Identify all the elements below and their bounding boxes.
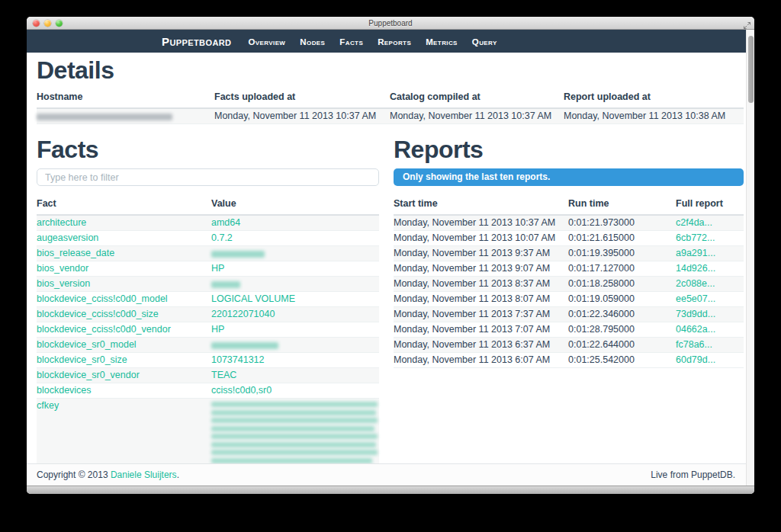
window-titlebar[interactable]: Puppetboard [27,17,754,30]
scrollbar[interactable] [746,30,754,486]
details-col-facts-uploaded: Facts uploaded at [214,89,390,108]
report-start-time: Monday, November 11 2013 7:07 AM [394,322,568,338]
facts-filter-input[interactable] [37,168,379,186]
catalog-compiled-cell: Monday, November 11 2013 10:37 AM [390,108,564,124]
fact-name-link[interactable]: blockdevice_sr0_size [37,354,127,365]
nav-item-metrics[interactable]: Metrics [426,37,458,46]
fact-name-link[interactable]: augeasversion [37,232,98,243]
hostname-cell [37,108,214,124]
full-report-link[interactable]: 73d9dd... [676,309,715,319]
full-report-link[interactable]: 04662a... [676,324,715,335]
fact-name-link[interactable]: architecture [37,217,86,228]
nav-item-reports[interactable]: Reports [378,37,411,46]
fact-name-link[interactable]: bios_version [37,278,90,289]
report-start-time: Monday, November 11 2013 9:07 AM [394,261,568,277]
fact-name-link[interactable]: blockdevice_sr0_vendor [37,370,140,380]
report-row: Monday, November 11 2013 9:07 AM0:01:17.… [394,261,744,277]
fact-row: blockdevicescciss!c0d0,sr0 [37,383,379,399]
report-row: Monday, November 11 2013 6:37 AM0:01:22.… [394,338,744,353]
fact-value-cell [211,338,379,353]
report-hash-cell: c2f4da... [676,215,744,231]
fact-row: bios_release_date [37,246,379,261]
fact-name-link[interactable]: blockdevice_sr0_model [37,339,137,350]
window-bottom-bar [27,486,754,494]
fact-value-link[interactable]: 0.7.2 [211,232,233,243]
fact-name-cell: bios_vendor [37,261,211,277]
close-icon[interactable] [33,20,40,27]
fact-value-cell: LOGICAL VOLUME [211,292,379,307]
facts-reports-columns: Facts Fact Value architectureamd64augeas… [37,136,744,463]
fact-name-cell: bios_release_date [37,246,211,261]
facts-uploaded-cell: Monday, November 11 2013 10:37 AM [214,108,390,124]
report-start-time: Monday, November 11 2013 7:37 AM [394,307,568,322]
fact-name-cell: blockdevice_sr0_vendor [37,368,211,383]
copyright-text: Copyright © 2013 Daniele Sluijters. [37,470,179,480]
fact-name-link[interactable]: bios_vendor [37,263,88,274]
navbar-brand[interactable]: Puppetboard [162,35,231,48]
redacted-line [211,418,378,423]
redacted-line [211,442,376,447]
nav-item-nodes[interactable]: Nodes [300,37,325,46]
redacted-line [211,434,378,439]
fact-value-link[interactable]: 1073741312 [211,354,265,365]
fact-row: blockdevice_sr0_vendorTEAC [37,368,379,383]
fact-value-link[interactable]: cciss!c0d0,sr0 [211,385,272,396]
fact-name-cell: blockdevice_cciss!c0d0_size [37,307,211,322]
report-run-time: 0:01:22.644000 [568,338,676,353]
details-col-hostname: Hostname [37,89,214,108]
fact-value-redacted [211,281,240,288]
full-report-link[interactable]: c2f4da... [676,217,712,228]
full-report-link[interactable]: 2c088e... [676,278,715,289]
details-row: Monday, November 11 2013 10:37 AM Monday… [37,108,744,124]
fact-name-cell: augeasversion [37,231,211,246]
fact-name-link[interactable]: blockdevice_cciss!c0d0_vendor [37,324,171,335]
fact-value-link[interactable]: LOGICAL VOLUME [211,293,295,304]
fact-name-cell: architecture [37,215,211,231]
nav-item-overview[interactable]: Overview [248,37,285,46]
report-row: Monday, November 11 2013 10:07 AM0:01:21… [394,231,744,246]
fact-row: blockdevice_sr0_size1073741312 [37,353,379,368]
nav-item-facts[interactable]: Facts [339,37,363,46]
fact-name-cell: cfkey [37,399,211,464]
author-link[interactable]: Daniele Sluijters [111,470,177,480]
report-hash-cell: 04662a... [676,322,744,338]
full-report-link[interactable]: a9a291... [676,248,715,258]
fact-name-link[interactable]: bios_release_date [37,248,114,258]
fact-row: blockdevice_sr0_model [37,338,379,353]
fact-value-link[interactable]: amd64 [211,217,240,228]
full-report-link[interactable]: 60d79d... [676,354,715,365]
report-row: Monday, November 11 2013 6:07 AM0:01:25.… [394,353,744,368]
fullscreen-resize-icon[interactable] [743,19,751,27]
full-report-link[interactable]: fc78a6... [676,339,712,350]
report-hash-cell: fc78a6... [676,338,744,353]
footer: Copyright © 2013 Daniele Sluijters. Live… [27,463,754,486]
maximize-icon[interactable] [56,20,63,27]
fact-value-link[interactable]: HP [211,263,224,274]
fact-name-cell: bios_version [37,277,211,292]
fact-row: blockdevice_cciss!c0d0_size220122071040 [37,307,379,322]
fact-name-link[interactable]: blockdevice_cciss!c0d0_size [37,309,159,319]
minimize-icon[interactable] [44,20,51,27]
fact-value-link[interactable]: HP [211,324,224,335]
fact-value-link[interactable]: TEAC [211,370,236,380]
report-row: Monday, November 11 2013 8:07 AM0:01:19.… [394,292,744,307]
full-report-link[interactable]: 14d926... [676,263,715,274]
fact-name-link[interactable]: blockdevice_cciss!c0d0_model [37,293,168,304]
report-run-time: 0:01:17.127000 [568,261,676,277]
report-run-time: 0:01:18.258000 [568,277,676,292]
full-report-link[interactable]: 6cb772... [676,232,715,243]
report-hash-cell: 2c088e... [676,277,744,292]
details-col-catalog-compiled: Catalog compiled at [390,89,564,108]
fact-name-link[interactable]: cfkey [37,400,59,411]
full-report-link[interactable]: ee5e07... [676,293,715,304]
fact-row: blockdevice_cciss!c0d0_vendorHP [37,322,379,338]
facts-col-value: Value [211,196,379,215]
page: Details Hostname Facts uploaded at Catal… [27,53,754,463]
hostname-redacted-value [37,114,172,120]
scrollbar-thumb[interactable] [748,36,754,103]
reports-header-row: Start time Run time Full report [394,196,744,215]
fact-value-link[interactable]: 220122071040 [211,309,275,319]
fact-row: bios_version [37,277,379,292]
fact-name-link[interactable]: blockdevices [37,385,92,396]
nav-item-query[interactable]: Query [472,37,497,46]
